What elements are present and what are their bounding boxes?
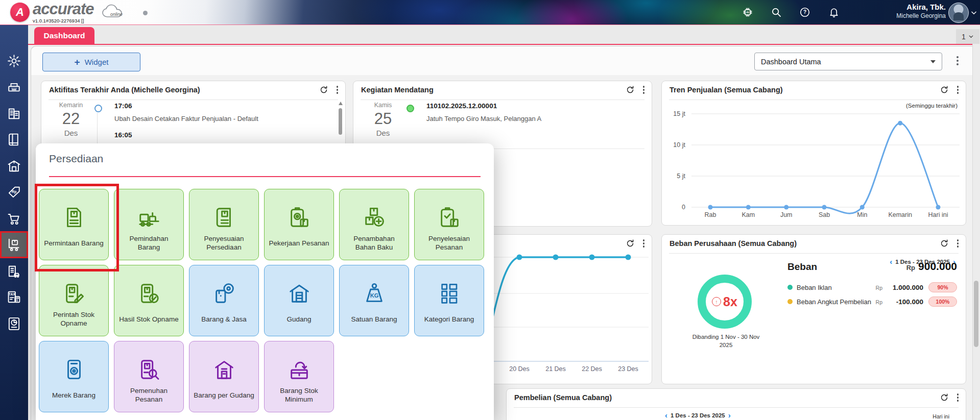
divider	[514, 407, 959, 408]
tile-label: Penyelesaian Pesanan	[415, 229, 484, 260]
menu-tile-kategori-barang[interactable]: Kategori Barang	[414, 265, 484, 336]
top-header: A accurate online v1.0.1#3520-2276934 []…	[0, 0, 980, 25]
tile-label: Pemindahan Barang	[114, 229, 183, 260]
scroll-up-arrow[interactable]	[339, 102, 343, 105]
tile-label: Barang & Jasa	[198, 305, 250, 336]
legend-dot	[787, 285, 793, 290]
more-options-icon[interactable]	[956, 85, 960, 95]
tile-label: Permintaan Barang	[41, 229, 106, 260]
box-gear-icon	[212, 265, 236, 305]
add-widget-button[interactable]: + Widget	[42, 53, 140, 71]
boxes-plus-icon	[363, 189, 386, 229]
menu-tile-permintaan-barang[interactable]: Permintaan Barang	[39, 189, 109, 260]
sidebar-item-bank-box[interactable]	[0, 154, 28, 178]
menu-tile-pemindahan-barang[interactable]: Pemindahan Barang	[114, 189, 184, 260]
menu-tile-penyesuaian-persediaan[interactable]: Penyesuaian Persediaan	[189, 189, 259, 260]
accurate-online-app: A accurate online v1.0.1#3520-2276934 []…	[0, 0, 980, 420]
refresh-icon[interactable]	[319, 85, 328, 94]
widget-title: Kegiatan Mendatang	[361, 86, 434, 94]
doc-box-icon	[62, 189, 86, 229]
tab-dashboard[interactable]: Dashboard	[34, 27, 94, 44]
event-desc[interactable]: Ubah Desain Cetakan Faktur Penjualan - D…	[114, 115, 258, 122]
tile-label: Kategori Barang	[421, 305, 477, 336]
divider	[669, 253, 959, 254]
more-options-icon[interactable]	[956, 392, 960, 403]
date-month: Des	[364, 129, 402, 137]
popup-title: Persediaan	[49, 153, 103, 165]
chevron-down-icon[interactable]	[970, 9, 977, 16]
svg-text:KG: KG	[370, 292, 378, 299]
more-options-icon[interactable]	[336, 85, 340, 95]
doc-pencil-icon	[62, 265, 86, 305]
more-options-icon[interactable]	[642, 238, 646, 249]
menu-tile-barang-per-gudang[interactable]: Barang per Gudang	[189, 341, 259, 412]
dashboard-select[interactable]: Dashboard Utama	[754, 53, 942, 70]
menu-tile-satuan-barang[interactable]: KGSatuan Barang	[339, 265, 409, 336]
bell-icon[interactable]	[828, 7, 840, 18]
refresh-icon[interactable]	[940, 393, 949, 402]
search-icon[interactable]	[771, 7, 782, 18]
warehouse-icon	[288, 265, 311, 305]
version-text: v1.0.1#3520-2276934 []	[33, 18, 84, 23]
ai-chip-icon[interactable]: AI	[742, 7, 753, 18]
sidebar-item-report-pie[interactable]	[0, 311, 28, 336]
sidebar-nav: RpTAX	[0, 24, 28, 420]
sidebar-item-trolley-box-active[interactable]	[2, 233, 27, 257]
menu-tile-pemenuhan-pesanan[interactable]: Pemenuhan Pesanan	[114, 341, 184, 412]
date-day: Kamis	[364, 102, 402, 109]
event-code[interactable]: 110102.2025.12.00001	[426, 102, 497, 110]
date-block: Kemarin 22 Des	[52, 102, 90, 137]
currency: Rp	[876, 285, 882, 291]
sidebar-item-book[interactable]	[0, 128, 28, 152]
refresh-icon[interactable]	[940, 85, 949, 94]
currency: Rp	[876, 299, 882, 305]
tile-label: Perintah Stok Opname	[39, 305, 108, 336]
svg-text:Rp: Rp	[12, 189, 17, 194]
sidebar-item-cash-register[interactable]	[0, 75, 28, 100]
user-block[interactable]: Akira, Tbk. Michelle Georgina	[896, 3, 946, 19]
dashboard-more-icon[interactable]	[953, 55, 962, 67]
menu-tile-perintah-stok-opname[interactable]: Perintah Stok Opname	[39, 265, 109, 336]
sidebar-item-tax-doc[interactable]: TAX	[0, 285, 28, 310]
event-time: 17:06	[114, 102, 132, 110]
sidebar-item-building-car[interactable]	[0, 259, 28, 283]
next-arrow[interactable]: ›	[728, 411, 731, 419]
menu-tile-gudang[interactable]: Gudang	[264, 265, 334, 336]
date-number: 22	[52, 110, 90, 128]
more-options-icon[interactable]	[956, 238, 960, 249]
svg-text:Kemarin: Kemarin	[888, 211, 912, 218]
popup-title-underline	[49, 176, 481, 177]
menu-tile-barang-stok-minimum[interactable]: Barang Stok Minimum	[264, 341, 334, 412]
sidebar-item-gear[interactable]	[0, 48, 28, 73]
prev-arrow[interactable]: ‹	[665, 411, 667, 419]
refresh-icon[interactable]	[626, 239, 635, 248]
widget-title: Pembelian (Semua Cabang)	[514, 393, 612, 402]
accurate-logo-icon[interactable]: A	[10, 3, 30, 22]
page-scrollbar[interactable]	[972, 44, 980, 420]
user-name: Michelle Georgina	[896, 12, 946, 19]
menu-tile-barang-jasa[interactable]: Barang & Jasa	[189, 265, 259, 336]
page-scroll-thumb[interactable]	[974, 281, 978, 347]
help-icon[interactable]: ?	[799, 7, 810, 18]
menu-tile-hasil-stok-opname[interactable]: Hasil Stok Opname	[114, 265, 184, 336]
more-options-icon[interactable]	[642, 85, 646, 95]
comparison-caption: Dibanding 1 Nov - 30 Nov 2025	[671, 333, 781, 349]
scroll-thumb[interactable]	[339, 108, 342, 135]
sidebar-item-price-tag-rp[interactable]: Rp	[0, 180, 28, 205]
refresh-icon[interactable]	[626, 85, 635, 94]
menu-tile-penyelesaian-pesanan[interactable]: Penyelesaian Pesanan	[414, 189, 484, 260]
prev-arrow[interactable]: ‹	[890, 258, 892, 265]
sidebar-item-buildings[interactable]	[0, 101, 28, 126]
sidebar-item-cart[interactable]	[0, 206, 28, 231]
avatar[interactable]	[948, 3, 969, 23]
doc-check-icon	[137, 265, 161, 305]
refresh-icon[interactable]	[940, 239, 949, 248]
tab-counter[interactable]: 1	[956, 29, 979, 44]
beban-row-value: -100.000	[885, 298, 923, 306]
beban-row-beban-angkut-pembelian: Beban Angkut PembelianRp-100.000100%	[787, 296, 957, 307]
menu-tile-penambahan-bahan-baku[interactable]: Penambahan Bahan Baku	[339, 189, 409, 260]
menu-tile-merek-barang[interactable]: Merek Barang	[39, 341, 109, 412]
svg-text:5 jt: 5 jt	[677, 172, 685, 180]
svg-text:?: ?	[803, 9, 806, 15]
menu-tile-pekerjaan-pesanan[interactable]: Pekerjaan Pesanan	[264, 189, 334, 260]
